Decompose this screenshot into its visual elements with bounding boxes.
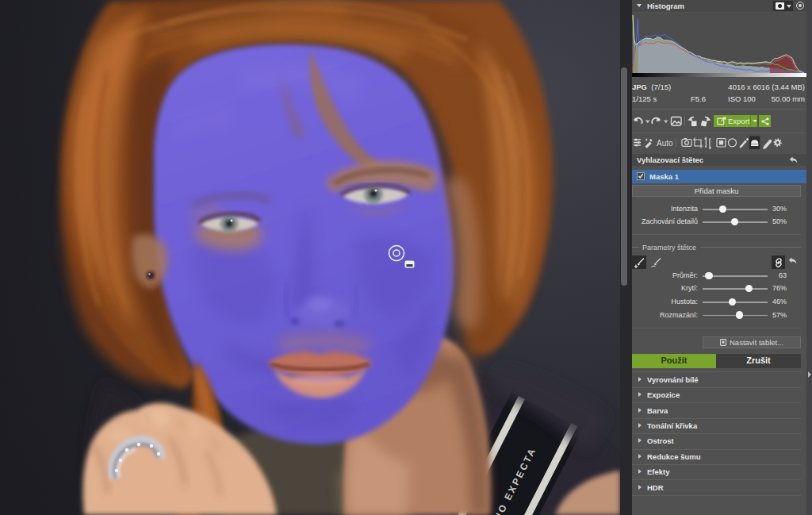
svg-text:Auto: Auto xyxy=(657,139,673,148)
